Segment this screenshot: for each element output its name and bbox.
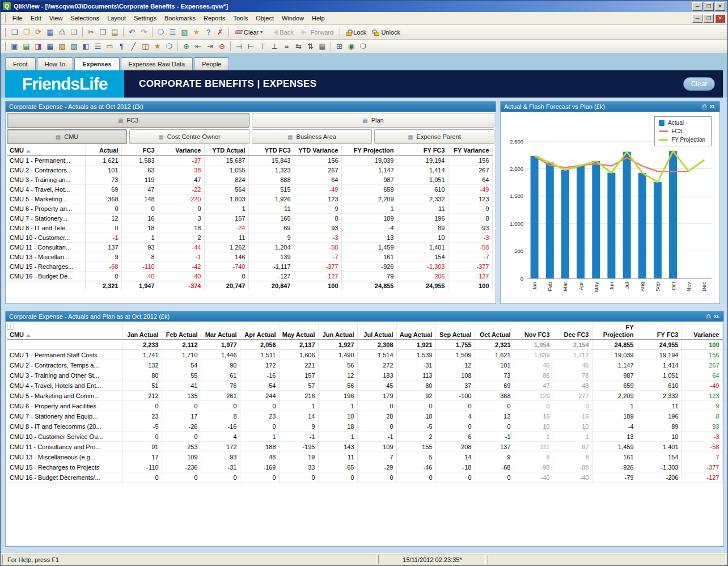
col-header-apr-actual[interactable]: Apr Actual: [240, 323, 279, 340]
excel-export-icon[interactable]: XL: [709, 104, 716, 109]
clear-selections-button[interactable]: Clear▾: [231, 26, 266, 38]
back-button[interactable]: Back: [266, 26, 297, 38]
promote-sheet-button[interactable]: ⇤: [192, 40, 204, 52]
dimension-tab-business-area[interactable]: ▦Business Area: [252, 129, 372, 144]
bar-aug[interactable]: [638, 173, 646, 278]
panel-header[interactable]: Corporate Expense - Actuals and Plan as …: [6, 311, 723, 322]
row-label[interactable]: CMU 7 - Stationery...: [7, 213, 85, 223]
bar-jan[interactable]: [531, 156, 539, 278]
print-button[interactable]: ⎙: [56, 26, 68, 38]
menu-tools[interactable]: Tools: [229, 13, 252, 23]
demote-sheet-button[interactable]: ⇥: [204, 40, 216, 52]
col-header-jun-actual[interactable]: Jun Actual: [318, 323, 357, 340]
menu-edit[interactable]: Edit: [27, 13, 45, 23]
chart-object-button[interactable]: ▨: [68, 40, 80, 52]
child-restore-button[interactable]: ❐: [704, 14, 714, 23]
menu-bookmarks[interactable]: Bookmarks: [160, 13, 200, 23]
row-label[interactable]: CMU 16 - Budget Decrements/...: [7, 472, 122, 483]
menu-reports[interactable]: Reports: [200, 13, 230, 23]
toggle-plan[interactable]: ▦Plan: [252, 113, 494, 128]
align-top-button[interactable]: ⊤: [257, 40, 269, 52]
col-header-variance[interactable]: Variance: [682, 323, 722, 340]
child-minimize-button[interactable]: ─: [692, 14, 702, 23]
cut-button[interactable]: ✂: [85, 26, 97, 38]
reload-data-button[interactable]: ⟳: [32, 26, 44, 38]
row-label[interactable]: CMU 11 - Consultan...: [7, 242, 85, 252]
menu-window[interactable]: Window: [278, 13, 308, 23]
add-bookmark-button[interactable]: ★: [191, 26, 202, 38]
col-header-jul-actual[interactable]: Jul Actual: [357, 323, 396, 340]
center-horizontally-button[interactable]: ≡: [281, 40, 293, 52]
col-header-sep-actual[interactable]: Sep Actual: [435, 323, 475, 340]
tab-front[interactable]: Front: [5, 57, 36, 70]
panel-header[interactable]: Corporate Expense - Actuals as at Oct 20…: [6, 102, 496, 112]
menu-layout[interactable]: Layout: [103, 13, 130, 23]
copy-button[interactable]: ❒: [97, 26, 109, 38]
paste-button[interactable]: ▤: [109, 26, 121, 38]
row-label[interactable]: CMU 4 - Travel, Hotels and Ent...: [7, 381, 122, 391]
col-header-variance[interactable]: Variance: [158, 146, 204, 155]
add-sheet-button[interactable]: ⊕: [180, 40, 192, 52]
col-header-dec-fc3[interactable]: Dec FC3: [553, 323, 592, 340]
row-label[interactable]: CMU 5 - Marketing...: [7, 194, 85, 204]
print-icon[interactable]: ⎙: [706, 313, 711, 320]
row-label[interactable]: CMU 7 - Stationery and Equip...: [7, 411, 122, 421]
tab-people[interactable]: People: [194, 57, 229, 70]
excel-export-icon[interactable]: XL: [713, 314, 720, 319]
new-document-button[interactable]: ❏: [9, 26, 20, 38]
bar-jul[interactable]: [623, 152, 631, 278]
fy-projection-line[interactable]: [535, 151, 704, 182]
unlock-selections-button[interactable]: Unlock: [370, 26, 404, 38]
list-box-button[interactable]: ▤: [20, 40, 32, 52]
slider-object-button[interactable]: ◫: [139, 40, 151, 52]
row-label[interactable]: CMU 13 - Miscellaneous (e.g...: [7, 452, 122, 462]
title-bar[interactable]: Q QlikView - [\\wscqvw03\Documents\Corpo…: [1, 1, 727, 12]
help-button[interactable]: ?: [202, 26, 214, 38]
bar-oct[interactable]: [669, 151, 677, 278]
col-header-fc3[interactable]: FC3: [121, 146, 158, 155]
row-label[interactable]: CMU 16 - Budget De...: [7, 271, 85, 281]
legend-item-fy-projection[interactable]: FY Projection: [659, 137, 705, 143]
align-left-button[interactable]: ⊣: [233, 40, 245, 52]
col-header-may-actual[interactable]: May Actual: [279, 323, 318, 340]
print-icon[interactable]: ⎙: [702, 103, 707, 111]
maximize-button[interactable]: ❐: [704, 2, 714, 11]
child-close-button[interactable]: ✕: [715, 14, 725, 23]
remove-sheet-button[interactable]: ⊖: [216, 40, 228, 52]
legend-item-fc3[interactable]: FC3: [659, 128, 705, 134]
bar-jun[interactable]: [607, 173, 615, 279]
col-header-fy-fc3[interactable]: FY FC3: [397, 146, 448, 155]
clear-selections-button[interactable]: Clear: [683, 77, 715, 91]
bookmark-object-button[interactable]: ★: [151, 40, 163, 52]
bar-may[interactable]: [592, 161, 600, 278]
menu-file[interactable]: File: [9, 13, 27, 23]
bar-feb[interactable]: [546, 163, 554, 278]
col-header-feb-actual[interactable]: Feb Actual: [162, 323, 201, 340]
minimize-button[interactable]: ─: [692, 2, 702, 11]
current-selections-box-button[interactable]: ☰: [92, 40, 104, 52]
row-label[interactable]: CMU 5 - Marketing and Comm...: [7, 391, 122, 401]
panel-header[interactable]: Actual & Flash Forecast vs Plan (£k) ⎙ X…: [501, 102, 719, 112]
line-arrow-object-button[interactable]: ╱: [128, 40, 139, 52]
tab-expenses-raw-data[interactable]: Expenses Raw Data: [121, 57, 193, 70]
dimension-tab-expense-parent[interactable]: ▦Expense Parent: [374, 129, 494, 144]
row-label[interactable]: CMU 8 - IT and Telecomms (20...: [7, 421, 122, 432]
row-label[interactable]: CMU 10 - Customer...: [7, 233, 85, 242]
distribute-horizontally-button[interactable]: ⇆: [293, 40, 304, 52]
col-header-ytd-actual[interactable]: YTD Actual: [204, 146, 248, 155]
redo-button[interactable]: ↷: [138, 26, 150, 38]
col-header-ytd-fc3[interactable]: YTD FC3: [248, 146, 294, 155]
row-label[interactable]: CMU 11 - Consultancy and Pro...: [7, 442, 122, 452]
menu-settings[interactable]: Settings: [130, 13, 160, 23]
undo-button[interactable]: ↶: [126, 26, 138, 38]
row-label[interactable]: CMU 13 - Miscellan...: [7, 252, 85, 261]
col-header-fy-projection[interactable]: FY Projection: [592, 323, 637, 340]
row-label[interactable]: CMU 4 - Travel, Hot...: [7, 184, 85, 194]
col-header-oct-actual[interactable]: Oct Actual: [475, 323, 514, 340]
row-label[interactable]: CMU 6 - Property an...: [7, 204, 85, 213]
col-header-cmu[interactable]: CMU: [7, 146, 85, 155]
text-object-button[interactable]: ¶: [116, 40, 128, 52]
close-button[interactable]: ✕: [715, 2, 725, 11]
lock-selections-button[interactable]: Lock: [342, 26, 370, 38]
col-header-nov-fc3[interactable]: Nov FC3: [514, 323, 553, 340]
